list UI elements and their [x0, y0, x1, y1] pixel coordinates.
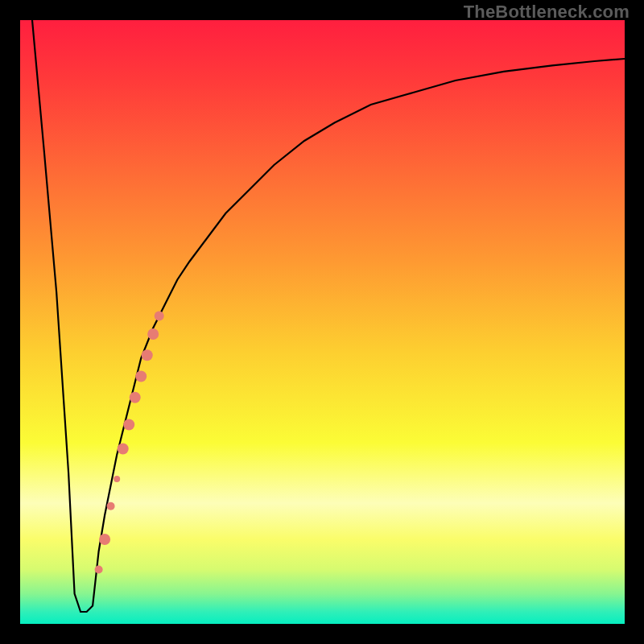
highlight-dot [147, 328, 159, 340]
chart-plot-bg [20, 20, 625, 624]
highlight-dot [135, 371, 147, 382]
highlight-dot [95, 566, 103, 574]
highlight-dot [130, 392, 141, 403]
highlight-dot [123, 419, 134, 431]
highlight-dot [155, 312, 164, 321]
highlight-dot [118, 444, 129, 455]
highlight-dot [142, 349, 153, 361]
highlight-dot [114, 476, 120, 482]
highlight-dot [99, 534, 110, 545]
watermark-label: TheBottleneck.com [464, 2, 630, 23]
chart-svg [0, 0, 644, 644]
chart-container: TheBottleneck.com [0, 0, 644, 644]
highlight-dot [107, 502, 115, 510]
